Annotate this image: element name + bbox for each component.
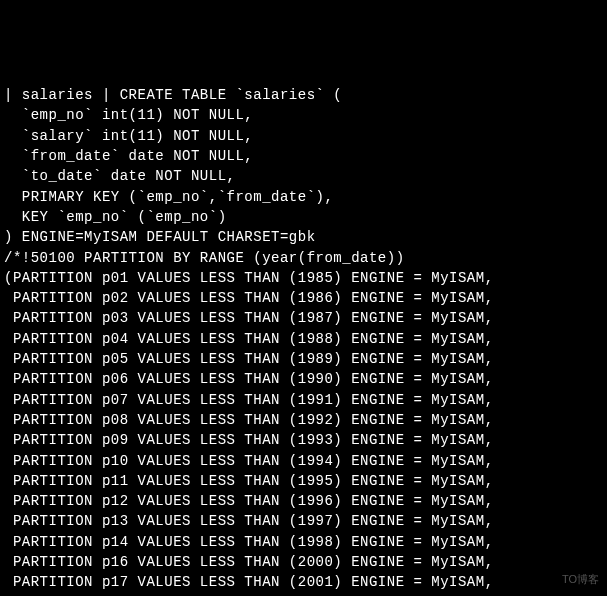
terminal-line: | salaries | CREATE TABLE `salaries` (: [4, 87, 342, 103]
terminal-line: PARTITION p16 VALUES LESS THAN (2000) EN…: [4, 554, 494, 570]
terminal-line: PARTITION p13 VALUES LESS THAN (1997) EN…: [4, 513, 494, 529]
terminal-line: `to_date` date NOT NULL,: [4, 168, 235, 184]
terminal-line: (PARTITION p01 VALUES LESS THAN (1985) E…: [4, 270, 494, 286]
terminal-line: PARTITION p03 VALUES LESS THAN (1987) EN…: [4, 310, 494, 326]
terminal-line: PARTITION p09 VALUES LESS THAN (1993) EN…: [4, 432, 494, 448]
terminal-line: PARTITION p11 VALUES LESS THAN (1995) EN…: [4, 473, 494, 489]
terminal-line: PARTITION p05 VALUES LESS THAN (1989) EN…: [4, 351, 494, 367]
terminal-line: KEY `emp_no` (`emp_no`): [4, 209, 227, 225]
watermark-text: TO博客: [562, 572, 599, 588]
terminal-output: | salaries | CREATE TABLE `salaries` ( `…: [4, 85, 603, 596]
terminal-line: /*!50100 PARTITION BY RANGE (year(from_d…: [4, 250, 405, 266]
terminal-line: PARTITION p06 VALUES LESS THAN (1990) EN…: [4, 371, 494, 387]
terminal-line: `salary` int(11) NOT NULL,: [4, 128, 253, 144]
terminal-line: PARTITION p17 VALUES LESS THAN (2001) EN…: [4, 574, 494, 590]
terminal-line: `emp_no` int(11) NOT NULL,: [4, 107, 253, 123]
terminal-line: PARTITION p12 VALUES LESS THAN (1996) EN…: [4, 493, 494, 509]
terminal-line: PARTITION p02 VALUES LESS THAN (1986) EN…: [4, 290, 494, 306]
terminal-line: PARTITION p14 VALUES LESS THAN (1998) EN…: [4, 534, 494, 550]
terminal-line: ) ENGINE=MyISAM DEFAULT CHARSET=gbk: [4, 229, 316, 245]
terminal-line: PARTITION p04 VALUES LESS THAN (1988) EN…: [4, 331, 494, 347]
terminal-line: PRIMARY KEY (`emp_no`,`from_date`),: [4, 189, 333, 205]
terminal-line: PARTITION p08 VALUES LESS THAN (1992) EN…: [4, 412, 494, 428]
terminal-line: PARTITION p07 VALUES LESS THAN (1991) EN…: [4, 392, 494, 408]
terminal-line: PARTITION p10 VALUES LESS THAN (1994) EN…: [4, 453, 494, 469]
terminal-line: `from_date` date NOT NULL,: [4, 148, 253, 164]
